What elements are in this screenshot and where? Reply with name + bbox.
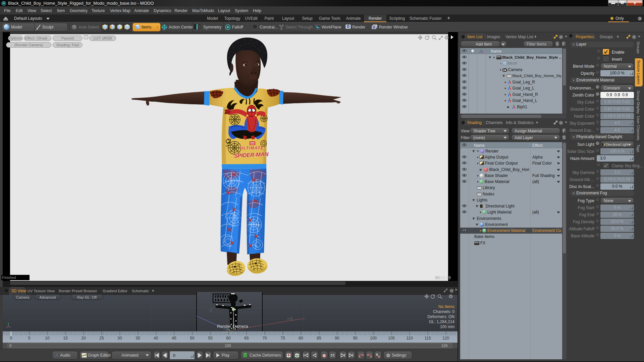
svg-text:10: 10 <box>45 336 50 341</box>
svg-text:60: 60 <box>226 336 231 341</box>
svg-text:85: 85 <box>317 336 321 341</box>
svg-text:55: 55 <box>208 336 213 341</box>
svg-text:65: 65 <box>244 336 249 341</box>
svg-text:0: 0 <box>10 336 12 341</box>
svg-text:80: 80 <box>299 336 303 341</box>
svg-text:20: 20 <box>81 336 86 341</box>
svg-text:25: 25 <box>99 336 104 341</box>
svg-text:120: 120 <box>442 336 449 341</box>
svg-text:45: 45 <box>172 336 176 341</box>
svg-text:ULTIMATE: ULTIMATE <box>240 146 264 150</box>
svg-text:115: 115 <box>424 336 431 341</box>
svg-text:100: 100 <box>370 336 377 341</box>
svg-text:90: 90 <box>335 336 339 341</box>
svg-text:50: 50 <box>190 336 195 341</box>
svg-text:40: 40 <box>154 336 158 341</box>
svg-text:110: 110 <box>406 336 413 341</box>
svg-text:15: 15 <box>63 336 68 341</box>
svg-text:30: 30 <box>117 336 122 341</box>
svg-text:35: 35 <box>136 336 140 341</box>
svg-text:70: 70 <box>262 336 267 341</box>
svg-text:5: 5 <box>28 336 31 341</box>
svg-text:105: 105 <box>388 336 395 341</box>
svg-text:75: 75 <box>280 336 285 341</box>
svg-text:95: 95 <box>353 336 358 341</box>
